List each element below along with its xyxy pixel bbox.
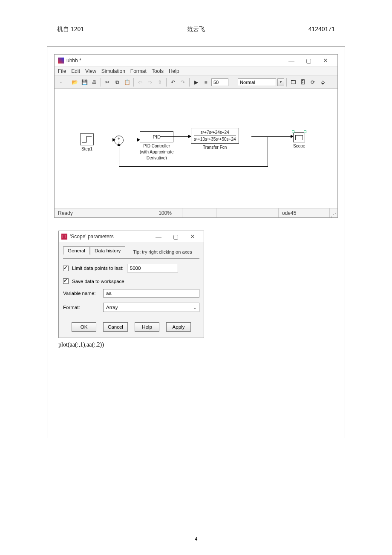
copy-icon[interactable]: ⧉ [113,78,121,87]
save-icon[interactable]: 💾 [80,78,89,87]
library-icon[interactable]: 🗔 [289,78,297,87]
menu-bar: File Edit View Simulation Format Tools H… [55,66,337,76]
cut-icon[interactable]: ✂ [103,78,112,87]
toolbar: ▫ 📂 💾 🖶 ✂ ⧉ 📋 ⇦ ⇨ ⇧ ↶ ↷ ▶ ■ 50 [55,76,337,89]
wire [268,136,268,166]
menu-help[interactable]: Help [169,68,179,74]
scope-parameters-dialog: 'Scope' parameters — ▢ × General Data hi… [58,231,204,338]
wire [119,166,268,167]
stop-icon[interactable]: ■ [202,78,210,87]
scope-block[interactable]: Scope [293,132,305,148]
maximize-button[interactable]: ▢ [300,57,317,64]
dialog-icon [61,234,67,240]
cancel-button[interactable]: Cancel [103,322,128,332]
paste-icon[interactable]: 📋 [123,78,131,87]
menu-view[interactable]: View [85,68,96,74]
limit-data-label: Limit data points to last: [72,266,124,271]
wire [94,140,114,140]
pid-block-label1: PID Controller [140,144,173,148]
menu-format[interactable]: Format [130,68,147,74]
save-workspace-checkbox[interactable] [63,278,69,284]
variable-name-label: Variable name: [63,291,100,296]
menu-file[interactable]: File [58,68,66,74]
menu-edit[interactable]: Edit [71,68,80,74]
status-empty2 [216,208,279,217]
window-titlebar: uhhh * — ▢ × [55,55,337,66]
format-label: Format: [63,305,100,310]
stop-time-field[interactable]: 50 [211,78,228,86]
help-button[interactable]: Help [135,322,159,332]
page-number: - 4 - [0,535,392,542]
wire [119,145,119,166]
status-solver: ode45 [279,208,330,217]
close-button[interactable]: × [317,57,334,64]
dialog-tip: Tip: try right clicking on axes [133,249,192,254]
tf-numerator: s³+7s²+24s+24 [194,130,236,136]
arrow-icon [188,135,191,138]
scope-block-label: Scope [293,144,305,148]
simulink-window: uhhh * — ▢ × File Edit View Simulation F… [54,54,338,218]
limit-data-checkbox[interactable] [63,266,69,271]
chevron-down-icon: ⌄ [193,305,196,310]
model-canvas[interactable]: Step1 PID PID Controller (with Approxima… [55,89,337,208]
open-icon[interactable]: 📂 [70,78,79,87]
arrow-icon [137,138,140,142]
menu-simulation[interactable]: Simulation [101,68,125,74]
wire [251,136,292,137]
simulation-mode-field[interactable]: Normal [238,78,276,86]
tf-denominator: s⁴+10s³+35s²+50s+24 [194,136,236,142]
resize-grip-icon[interactable] [330,208,337,217]
format-select[interactable]: Array ⌄ [103,303,199,312]
format-value: Array [106,305,118,310]
pid-block-label3: Derivative) [140,156,173,160]
matlab-command: plot(aa(:,1),aa(:,2)) [58,341,343,348]
tab-data-history[interactable]: Data history [90,246,125,255]
undo-icon[interactable]: ↶ [169,78,177,87]
app-icon [58,58,64,64]
page-header-right: 41240171 [308,26,335,33]
dialog-title: 'Scope' parameters [70,234,150,240]
run-icon[interactable]: ▶ [192,78,200,87]
up-icon[interactable]: ⇧ [156,78,164,87]
build-icon[interactable]: ⬙ [318,78,327,87]
arrow-icon [117,143,121,146]
page-header-left: 机自 1201 [57,26,84,33]
back-icon[interactable]: ⇦ [136,78,144,87]
status-bar: Ready 100% ode45 [55,208,337,217]
pid-block[interactable]: PID PID Controller (with Approximate Der… [140,131,173,160]
arrow-icon [112,138,115,142]
apply-button[interactable]: Apply [166,322,191,332]
redo-icon[interactable]: ↷ [179,78,187,87]
limit-data-value[interactable]: 5000 [127,264,178,272]
tab-general[interactable]: General [63,246,90,254]
refresh-icon[interactable]: ⟳ [308,78,317,87]
print-icon[interactable]: 🖶 [90,78,98,87]
forward-icon[interactable]: ⇨ [146,78,154,87]
transfer-fcn-label: Transfer Fcn [191,145,239,150]
step-block[interactable]: Step1 [80,133,94,151]
dialog-minimize-button[interactable]: — [150,233,167,240]
document-frame: uhhh * — ▢ × File Edit View Simulation F… [47,46,345,438]
page-header-center: 范云飞 [187,26,205,33]
transfer-fcn-block[interactable]: s³+7s²+24s+24 s⁴+10s³+35s²+50s+24 Transf… [191,128,239,150]
minimize-button[interactable]: — [283,57,300,64]
status-ready: Ready [55,208,148,217]
status-zoom: 100% [148,208,182,217]
window-title: uhhh * [66,58,283,64]
variable-name-field[interactable]: aa [103,289,199,298]
simulation-mode-dropdown[interactable]: ▼ [277,78,284,86]
dialog-maximize-button[interactable]: ▢ [167,233,184,240]
status-empty1 [182,208,216,217]
menu-tools[interactable]: Tools [152,68,164,74]
ok-button[interactable]: OK [72,322,96,332]
dialog-close-button[interactable]: × [184,233,201,240]
model-explorer-icon[interactable]: 🗄 [299,78,307,87]
new-icon[interactable]: ▫ [57,78,66,87]
arrow-icon [291,135,294,138]
save-workspace-label: Save data to workspace [72,279,124,284]
wire [160,136,190,137]
step-block-label: Step1 [80,147,94,151]
pid-block-label2: (with Approximate [140,150,173,154]
wire [124,140,139,140]
